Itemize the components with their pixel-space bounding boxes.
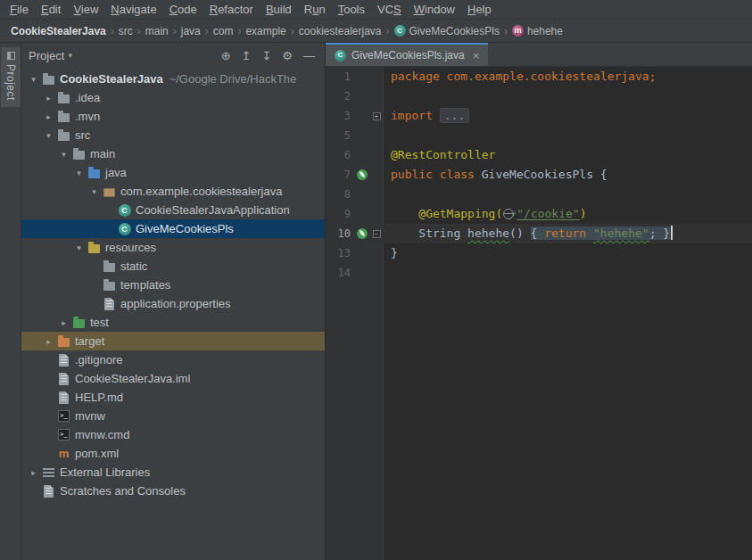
tree-item-application-properties[interactable]: application.properties	[21, 294, 325, 313]
breadcrumb-cookiestealerjava[interactable]: CookieStealerJava	[11, 25, 106, 37]
chevron-expanded-icon[interactable]: ▾	[27, 75, 40, 84]
menu-edit[interactable]: Edit	[35, 2, 67, 17]
tree-item-scratches-and-consoles[interactable]: Scratches and Consoles	[21, 482, 325, 500]
code-token: ...	[440, 108, 469, 123]
breadcrumb-label: main	[145, 25, 169, 37]
tree-item-label: HELP.md	[75, 391, 123, 404]
tree-item-path: ~/Google Drive/HackThe	[169, 72, 297, 86]
icon-slot: m	[55, 444, 72, 463]
menu-build[interactable]: Build	[260, 2, 298, 17]
tree-item-mvnw[interactable]: >_mvnw	[21, 407, 325, 425]
icon-slot	[55, 388, 72, 407]
menu-window[interactable]: Window	[408, 2, 461, 17]
menu-navigate[interactable]: Navigate	[104, 2, 162, 17]
breadcrumb-givemecookiespls[interactable]: CGiveMeCookiesPls	[394, 25, 500, 37]
tree-item-static[interactable]: static	[21, 257, 325, 276]
icon-slot	[86, 163, 103, 182]
breadcrumb-separator: ›	[137, 25, 141, 37]
tree-item-cookiestealerjava[interactable]: ▾CookieStealerJava~/Google Drive/HackThe	[21, 70, 325, 88]
editor-line-1: 1package com.example.cookiestealerjava;	[326, 67, 752, 86]
code-line[interactable]	[383, 126, 752, 145]
tree-item-label: mvnw	[75, 409, 105, 423]
tree-item-java[interactable]: ▾java	[21, 163, 325, 182]
code-line[interactable]: @RestController	[383, 145, 752, 165]
menu-view[interactable]: View	[67, 2, 104, 17]
menu-help[interactable]: Help	[461, 2, 498, 17]
settings-gear-icon[interactable]: ⚙	[282, 50, 293, 62]
tree-item-label: CookieStealerJavaApplication	[136, 203, 290, 217]
code-line[interactable]: package com.example.cookiestealerjava;	[383, 67, 752, 86]
code-line[interactable]: }	[383, 243, 752, 263]
tree-item-givemecookiespls[interactable]: CGiveMeCookiesPls	[21, 219, 325, 238]
chevron-expanded-icon[interactable]: ▾	[87, 187, 101, 196]
code-line[interactable]	[383, 185, 752, 204]
tree-item-resources[interactable]: ▾resources	[21, 238, 325, 257]
menu-refactor[interactable]: Refactor	[203, 2, 260, 17]
tree-item-cookiestealerjavaapplication[interactable]: CCookieStealerJavaApplication	[21, 201, 325, 219]
menu-tools[interactable]: Tools	[332, 2, 371, 17]
code-line[interactable]	[383, 86, 752, 106]
tree-item-mvn[interactable]: ▸.mvn	[21, 107, 325, 126]
collapse-all-icon[interactable]: ↧	[261, 50, 271, 62]
chevron-collapsed-icon[interactable]: ▸	[42, 94, 55, 103]
menu-bar: FileEditViewNavigateCodeRefactorBuildRun…	[0, 0, 752, 20]
tree-item-pom-xml[interactable]: mpom.xml	[21, 444, 325, 463]
code-line[interactable]: public class GiveMeCookiesPls {	[383, 165, 752, 185]
tree-item-test[interactable]: ▸test	[21, 313, 325, 332]
breadcrumb-example[interactable]: example	[245, 25, 285, 37]
tree-item-templates[interactable]: templates	[21, 276, 325, 294]
spring-bean-icon[interactable]	[357, 228, 368, 239]
locate-file-icon[interactable]: ⊕	[221, 50, 231, 62]
breadcrumb-hehehe[interactable]: mhehehe	[512, 25, 563, 37]
chevron-collapsed-icon[interactable]: ▸	[57, 318, 70, 327]
package-icon	[103, 188, 115, 197]
chevron-collapsed-icon[interactable]: ▸	[42, 112, 55, 121]
breadcrumb-java[interactable]: java	[181, 25, 201, 37]
chevron-collapsed-icon[interactable]: ▸	[42, 337, 55, 346]
chevron-expanded-icon[interactable]: ▾	[42, 131, 55, 140]
breadcrumb-src[interactable]: src	[119, 25, 133, 37]
breadcrumb-com[interactable]: com	[213, 25, 234, 37]
tree-item-com-example-cookiestealerjava[interactable]: ▾com.example.cookiestealerjava	[21, 182, 325, 201]
tree-item-gitignore[interactable]: .gitignore	[21, 350, 325, 369]
menu-file[interactable]: File	[4, 2, 35, 17]
spring-bean-icon[interactable]	[357, 169, 368, 180]
expand-all-icon[interactable]: ↥	[242, 50, 252, 62]
chevron-expanded-icon[interactable]: ▾	[72, 243, 86, 252]
menu-vcs[interactable]: VCS	[371, 2, 408, 17]
fold-minus-icon[interactable]: −	[373, 230, 381, 238]
project-stripe-tab[interactable]: Project	[1, 47, 21, 107]
endpoint-inlay-icon[interactable]	[503, 209, 514, 219]
tree-item-cookiestealerjava-iml[interactable]: CookieStealerJava.iml	[21, 369, 325, 388]
breadcrumb-separator: ›	[111, 25, 114, 37]
code-line[interactable]: @GetMapping("/cookie")	[383, 204, 752, 224]
chevron-collapsed-icon[interactable]: ▸	[27, 468, 40, 477]
code-line[interactable]	[383, 263, 752, 283]
fold-plus-icon[interactable]: +	[373, 112, 381, 120]
editor-tab[interactable]: C GiveMeCookiesPls.java ×	[326, 43, 488, 66]
chevron-expanded-icon[interactable]: ▾	[57, 150, 70, 159]
tree-item-target[interactable]: ▸target	[21, 332, 325, 350]
tree-item-label: com.example.cookiestealerjava	[120, 185, 282, 198]
chevron-expanded-icon[interactable]: ▾	[72, 169, 86, 177]
project-view-selector[interactable]: Project ▾	[29, 49, 72, 62]
hide-panel-icon[interactable]: —	[303, 50, 315, 62]
breadcrumb-main[interactable]: main	[145, 25, 169, 37]
tree-item-idea[interactable]: ▸.idea	[21, 88, 325, 107]
menu-run[interactable]: Run	[298, 2, 332, 17]
gutter-icon-slot	[354, 224, 370, 243]
tree-item-mvnw-cmd[interactable]: >_mvnw.cmd	[21, 425, 325, 444]
fold-strip	[370, 165, 383, 185]
tree-item-main[interactable]: ▾main	[21, 144, 325, 163]
text-caret	[671, 226, 673, 240]
code-editor[interactable]: 1package com.example.cookiestealerjava;2…	[326, 67, 752, 560]
tree-item-external-libraries[interactable]: ▸External Libraries	[21, 463, 325, 482]
close-icon[interactable]: ×	[473, 50, 480, 62]
gutter-icon-slot	[354, 204, 370, 224]
code-line[interactable]: import ...	[383, 106, 752, 126]
tree-item-help-md[interactable]: HELP.md	[21, 388, 325, 407]
breadcrumb-cookiestealerjava[interactable]: cookiestealerjava	[299, 25, 382, 37]
menu-code[interactable]: Code	[163, 2, 203, 17]
code-line[interactable]: String hehehe() { return "hehehe"; }	[383, 224, 752, 243]
tree-item-src[interactable]: ▾src	[21, 126, 325, 144]
